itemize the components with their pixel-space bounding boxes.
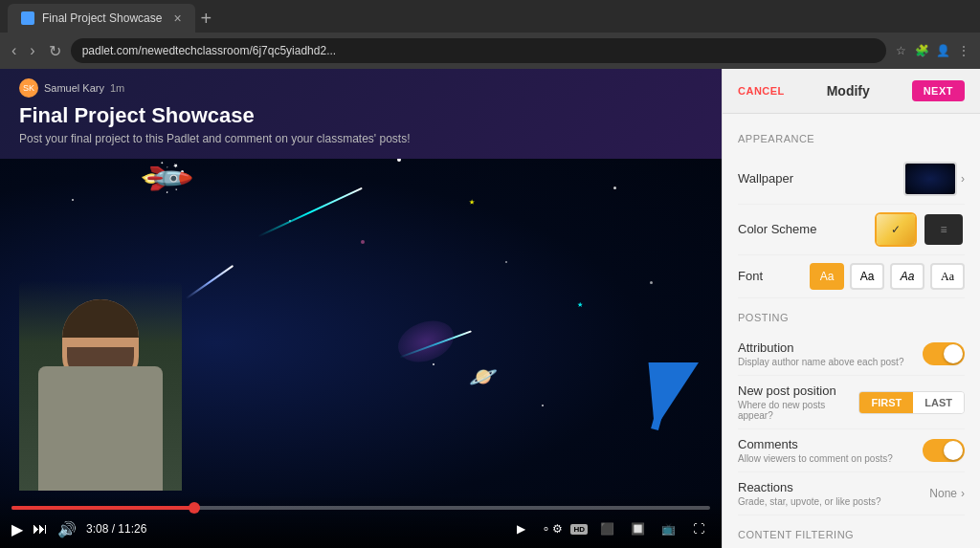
color-scheme-dark[interactable]: ≡: [923, 212, 965, 247]
font-option-2[interactable]: Aa: [850, 263, 884, 290]
comments-setting: Comments Allow viewers to comment on pos…: [738, 429, 965, 472]
font-option-3[interactable]: Aa: [890, 263, 924, 290]
attribution-toggle[interactable]: [923, 342, 965, 365]
tab-close-button[interactable]: ×: [173, 11, 181, 26]
wallpaper-label: Wallpaper: [738, 171, 892, 186]
next-button[interactable]: ⏭: [33, 520, 48, 537]
color-scheme-options: ✓ ≡: [875, 212, 965, 247]
progress-thumb[interactable]: [189, 502, 200, 514]
wallpaper-preview: [905, 164, 955, 194]
cast-button[interactable]: 📺: [657, 517, 679, 540]
reactions-none-label: None: [929, 487, 957, 500]
color-scheme-info: Color Scheme: [738, 222, 863, 238]
attribution-desc: Display author name above each post?: [738, 357, 911, 367]
person-hair: [62, 299, 139, 338]
reactions-chevron-icon: ›: [961, 487, 965, 500]
color-scheme-setting: Color Scheme ✓ ≡: [738, 205, 965, 255]
progress-fill: [11, 506, 200, 510]
panel-title: Modify: [827, 83, 870, 99]
comments-toggle[interactable]: [923, 439, 965, 462]
reactions-setting: Reactions Grade, star, upvote, or like p…: [738, 472, 965, 515]
volume-button[interactable]: 🔊: [57, 520, 77, 538]
toggle-knob: [944, 344, 963, 363]
theater-button[interactable]: ⬛: [595, 517, 618, 540]
forward-button[interactable]: ›: [26, 40, 38, 61]
refresh-button[interactable]: ↻: [45, 40, 65, 62]
padlet-header: SK Samuel Kary 1m Final Project Showcase…: [0, 69, 722, 159]
main-content: SK Samuel Kary 1m Final Project Showcase…: [0, 69, 980, 548]
position-buttons: FIRST LAST: [858, 391, 965, 414]
post-time: 1m: [110, 82, 124, 94]
post-position-desc: Where do new posts appear?: [738, 400, 847, 421]
padlet-area: SK Samuel Kary 1m Final Project Showcase…: [0, 69, 722, 548]
panel-header: CANCEL Modify NEXT: [723, 69, 980, 114]
dark-scheme-preview: ≡: [924, 214, 963, 245]
menu-icon[interactable]: ⋮: [955, 42, 972, 59]
comments-desc: Allow viewers to comment on posts?: [738, 453, 911, 464]
check-icon: ✓: [891, 223, 901, 236]
wallpaper-control[interactable]: ›: [903, 162, 965, 196]
play-button[interactable]: ▶: [11, 520, 23, 538]
first-button[interactable]: FIRST: [859, 392, 913, 413]
attribution-setting: Attribution Display author name above ea…: [738, 333, 965, 376]
post-position-label: New post position: [738, 384, 847, 398]
address-bar: ‹ › ↻ ☆ 🧩 👤 ⋮: [0, 33, 980, 69]
padlet-meta: SK Samuel Kary 1m: [19, 78, 702, 98]
reactions-label: Reactions: [738, 480, 918, 494]
padlet-title: Final Project Showcase: [19, 103, 702, 128]
new-tab-button[interactable]: +: [195, 4, 218, 33]
person-body: [38, 366, 163, 491]
hd-badge: HD: [570, 524, 588, 535]
font-setting: Font Aa Aa Aa Aa: [738, 255, 965, 298]
wallpaper-chevron-icon: ›: [961, 172, 965, 186]
comments-info: Comments Allow viewers to comment on pos…: [738, 437, 911, 464]
tab-favicon: [21, 11, 34, 25]
extensions-icon[interactable]: 🧩: [913, 42, 930, 59]
address-input[interactable]: [71, 38, 886, 63]
cancel-button[interactable]: CANCEL: [738, 85, 785, 97]
light-scheme-preview: ✓: [877, 214, 915, 245]
color-scheme-label: Color Scheme: [738, 222, 863, 236]
bookmark-icon[interactable]: ☆: [892, 42, 909, 59]
font-options: Aa Aa Aa Aa: [810, 263, 965, 290]
tab-bar: Final Project Showcase × +: [0, 0, 980, 33]
tab-title: Final Project Showcase: [42, 11, 162, 25]
reactions-value[interactable]: None ›: [929, 487, 965, 500]
progress-bar[interactable]: [11, 506, 710, 510]
font-info: Font: [738, 269, 798, 285]
font-option-4[interactable]: Aa: [930, 263, 965, 290]
posting-section-label: Posting: [738, 312, 965, 323]
font-option-1[interactable]: Aa: [810, 263, 844, 290]
next-button[interactable]: NEXT: [912, 80, 965, 101]
active-tab[interactable]: Final Project Showcase ×: [8, 4, 195, 33]
back-button[interactable]: ‹: [8, 40, 20, 61]
reactions-info: Reactions Grade, star, upvote, or like p…: [738, 480, 918, 507]
toolbar-icons: ☆ 🧩 👤 ⋮: [892, 42, 972, 59]
yt-controls-right: ▶ ⚙ HD ⬛ 🔲 📺 ⛶: [509, 517, 710, 540]
browser-chrome: Final Project Showcase × + ‹ › ↻ ☆ 🧩 👤 ⋮: [0, 0, 980, 69]
post-position-setting: New post position Where do new posts app…: [738, 376, 965, 429]
appearance-section-label: Appearance: [738, 133, 965, 144]
reactions-desc: Grade, star, upvote, or like posts?: [738, 496, 918, 507]
settings-button[interactable]: ⚙: [540, 517, 563, 540]
yt-play-button[interactable]: ▶: [509, 517, 532, 540]
last-button[interactable]: LAST: [913, 392, 964, 413]
miniplayer-button[interactable]: 🔲: [626, 517, 649, 540]
fullscreen-button[interactable]: ⛶: [687, 517, 710, 540]
content-filtering-section-label: Content Filtering: [738, 529, 965, 540]
planet-decoration: 🪐: [469, 363, 498, 390]
wallpaper-thumbnail[interactable]: [903, 162, 957, 196]
padlet-subtitle: Post your final project to this Padlet a…: [19, 132, 702, 145]
galaxy-decoration: [392, 314, 459, 369]
attribution-label: Attribution: [738, 340, 911, 355]
color-scheme-light[interactable]: ✓: [875, 212, 917, 247]
modify-panel: CANCEL Modify NEXT Appearance Wallpaper …: [722, 69, 980, 548]
profile-icon[interactable]: 👤: [934, 42, 951, 59]
toggle-knob: [944, 441, 963, 460]
dark-lines-icon: ≡: [940, 223, 947, 236]
video-controls: ▶ ⏭ 🔊 3:08 / 11:26 ▶ ⚙ HD: [0, 494, 722, 548]
post-position-info: New post position Where do new posts app…: [738, 384, 847, 421]
attribution-info: Attribution Display author name above ea…: [738, 340, 911, 367]
panel-body: Appearance Wallpaper › Color Scheme: [723, 114, 980, 548]
wallpaper-info: Wallpaper: [738, 171, 892, 187]
